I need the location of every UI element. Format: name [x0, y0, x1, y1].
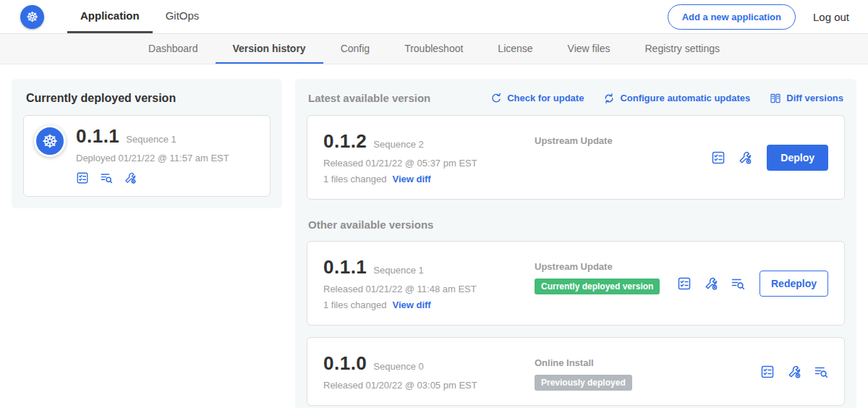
check-for-update-label: Check for update [507, 93, 584, 103]
currently-deployed-panel: Currently deployed version ☸ 0.1.1 Seque… [12, 79, 282, 208]
subnav-item-view-files[interactable]: View files [550, 34, 628, 64]
version-card-0-1-0: 0.1.0 Sequence 0 Released 01/20/22 @ 03:… [307, 337, 845, 406]
tab-application[interactable]: Application [67, 0, 153, 33]
diff-versions-link[interactable]: Diff versions [770, 93, 843, 104]
deployed-version-number: 0.1.1 [76, 125, 119, 148]
version-number: 0.1.1 [323, 256, 367, 279]
panel-actions: Check for update Configure automatic upd… [490, 93, 843, 104]
files-changed: 1 files changed [323, 299, 386, 310]
header-tabs: Application GitOps [67, 0, 212, 33]
auto-update-icon [603, 93, 615, 104]
version-card-0-1-1: 0.1.1 Sequence 1 Released 01/21/22 @ 11:… [307, 241, 845, 326]
view-files-icon[interactable] [814, 365, 828, 379]
app-subnav: Dashboard Version history Config Trouble… [0, 34, 868, 64]
subnav-item-registry-settings[interactable]: Registry settings [628, 34, 737, 64]
subnav-item-troubleshoot[interactable]: Troubleshoot [387, 34, 480, 64]
kubernetes-logo-icon: ☸ [20, 5, 44, 29]
redeploy-button[interactable]: Redeploy [760, 271, 828, 297]
release-notes-icon[interactable] [76, 171, 89, 184]
source-label: Upstream Update [535, 261, 677, 272]
released-timestamp: Released 01/21/22 @ 11:48 am EST [323, 284, 535, 294]
kubernetes-logo-glyph: ☸ [26, 10, 38, 24]
deployed-sequence: Sequence 1 [126, 134, 176, 145]
released-timestamp: Released 01/20/22 @ 03:05 pm EST [323, 380, 535, 391]
deployed-timestamp: Deployed 01/21/22 @ 11:57 am EST [76, 153, 229, 163]
version-card-latest: 0.1.2 Sequence 2 Released 01/21/22 @ 05:… [307, 115, 845, 200]
diff-icon [770, 93, 781, 104]
other-versions-title: Other available versions [308, 218, 843, 231]
view-files-icon[interactable] [731, 276, 745, 291]
edit-config-icon[interactable] [787, 365, 801, 379]
app-header: ☸ Application GitOps Add a new applicati… [0, 0, 868, 34]
release-notes-icon[interactable] [760, 365, 775, 379]
previously-deployed-badge: Previously deployed [535, 375, 632, 391]
deployed-version-card: ☸ 0.1.1 Sequence 1 Deployed 01/21/22 @ 1… [23, 115, 271, 197]
latest-files-changed: 1 files changed [323, 174, 386, 184]
release-notes-icon[interactable] [677, 276, 692, 291]
deployed-actions [76, 171, 260, 184]
currently-deployed-badge: Currently deployed version [535, 279, 660, 294]
app-logo-icon: ☸ [34, 125, 66, 157]
latest-source-label: Upstream Update [535, 135, 711, 146]
configure-automatic-updates-label: Configure automatic updates [620, 93, 750, 103]
edit-config-icon[interactable] [124, 171, 137, 184]
subnav-item-version-history[interactable]: Version history [216, 34, 323, 64]
latest-view-diff-link[interactable]: View diff [392, 174, 430, 184]
add-application-button[interactable]: Add a new application [668, 4, 796, 30]
edit-config-icon[interactable] [738, 150, 752, 165]
latest-available-title: Latest available version [308, 92, 430, 104]
source-label: Online Install [535, 357, 760, 368]
latest-sequence: Sequence 2 [373, 139, 423, 150]
available-versions-panel: Latest available version Check for updat… [295, 79, 856, 408]
edit-config-icon[interactable] [704, 276, 718, 291]
view-diff-link[interactable]: View diff [392, 299, 430, 310]
currently-deployed-title: Currently deployed version [26, 92, 271, 105]
subnav-item-license[interactable]: License [480, 34, 550, 64]
subnav-item-config[interactable]: Config [323, 34, 387, 64]
diff-versions-label: Diff versions [786, 93, 843, 103]
tab-gitops[interactable]: GitOps [153, 0, 213, 33]
check-for-update-link[interactable]: Check for update [490, 93, 584, 104]
latest-version-number: 0.1.2 [323, 130, 367, 153]
version-number: 0.1.0 [323, 352, 367, 375]
header-right: Add a new application Log out [668, 4, 849, 30]
view-files-icon[interactable] [100, 171, 113, 184]
version-sequence: Sequence 0 [373, 361, 423, 372]
latest-released-timestamp: Released 01/21/22 @ 05:37 pm EST [323, 158, 535, 169]
main-content: Currently deployed version ☸ 0.1.1 Seque… [0, 64, 868, 408]
configure-automatic-updates-link[interactable]: Configure automatic updates [603, 93, 750, 104]
refresh-icon [490, 93, 502, 104]
version-sequence: Sequence 1 [373, 265, 423, 276]
app-logo-glyph: ☸ [42, 132, 58, 150]
deploy-button[interactable]: Deploy [767, 145, 828, 171]
release-notes-icon[interactable] [711, 150, 726, 165]
subnav-item-dashboard[interactable]: Dashboard [131, 34, 216, 64]
logout-link[interactable]: Log out [813, 11, 849, 23]
